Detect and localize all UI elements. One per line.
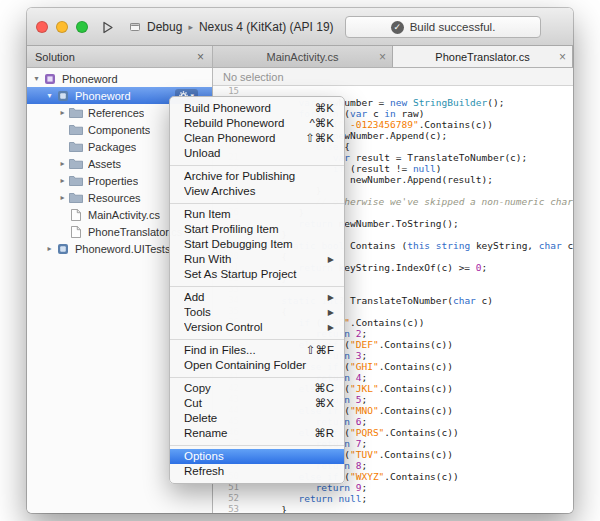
- menu-item-copy[interactable]: Copy⌘C: [170, 381, 344, 396]
- menu-shortcut: ⌘K: [315, 101, 334, 116]
- menu-item-rebuild-phoneword[interactable]: Rebuild Phoneword^⌘K: [170, 116, 344, 131]
- menu-item-label: Unload: [184, 146, 334, 161]
- solution-icon: [42, 73, 58, 85]
- code-line[interactable]: 52 return null;: [213, 493, 573, 504]
- menu-item-run-item[interactable]: Run Item: [170, 207, 344, 222]
- menu-item-label: Run Item: [184, 207, 334, 222]
- menu-item-start-debugging-item[interactable]: Start Debugging Item: [170, 237, 344, 252]
- tree-item-label: Phoneword: [75, 90, 131, 102]
- project-icon: [55, 90, 71, 102]
- menu-item-build-phoneword[interactable]: Build Phoneword⌘K: [170, 101, 344, 116]
- zoom-button[interactable]: [76, 21, 88, 33]
- menu-item-label: Copy: [184, 381, 306, 396]
- menu-separator: [170, 339, 344, 340]
- menu-item-label: Options: [184, 449, 334, 464]
- menu-item-view-archives[interactable]: View Archives: [170, 184, 344, 199]
- menu-item-label: Open Containing Folder: [184, 358, 334, 373]
- chevron-right-icon[interactable]: ▸: [57, 108, 68, 117]
- code-line[interactable]: 53 }: [213, 504, 573, 513]
- tree-item-phoneword[interactable]: ▾Phoneword: [27, 70, 212, 87]
- minimize-button[interactable]: [56, 21, 68, 33]
- build-status: ✓ Build successful.: [345, 16, 541, 38]
- menu-item-start-profiling-item[interactable]: Start Profiling Item: [170, 222, 344, 237]
- menu-separator: [170, 165, 344, 166]
- menu-shortcut: ⇧⌘K: [305, 131, 334, 146]
- submenu-arrow-icon: ▶: [328, 290, 334, 305]
- line-number: 53: [213, 504, 247, 513]
- menu-item-add[interactable]: Add▶: [170, 290, 344, 305]
- menu-item-label: Add: [184, 290, 320, 305]
- menu-shortcut: ⌘X: [315, 396, 334, 411]
- menu-item-label: Rebuild Phoneword: [184, 116, 301, 131]
- build-target-selector: Debug ▸ Nexus 4 (KitKat) (API 19): [129, 8, 334, 46]
- menu-item-open-containing-folder[interactable]: Open Containing Folder: [170, 358, 344, 373]
- chevron-right-icon[interactable]: ▸: [44, 244, 55, 253]
- menu-separator: [170, 286, 344, 287]
- code-text: }: [247, 504, 287, 513]
- toolbar: Debug ▸ Nexus 4 (KitKat) (API 19) ✓ Buil…: [27, 8, 573, 46]
- menu-item-unload[interactable]: Unload: [170, 146, 344, 161]
- tab-label: PhoneTranslator.cs: [435, 51, 529, 63]
- menu-item-clean-phoneword[interactable]: Clean Phoneword⇧⌘K: [170, 131, 344, 146]
- menu-item-label: Run With: [184, 252, 320, 267]
- menu-item-label: Archive for Publishing: [184, 169, 334, 184]
- submenu-arrow-icon: ▶: [328, 252, 334, 267]
- submenu-arrow-icon: ▶: [328, 320, 334, 335]
- tab-close-icon[interactable]: ×: [379, 51, 386, 63]
- menu-item-label: View Archives: [184, 184, 334, 199]
- run-play-icon: [100, 20, 115, 35]
- menu-item-delete[interactable]: Delete: [170, 411, 344, 426]
- line-number: 52: [213, 493, 247, 504]
- chevron-right-icon[interactable]: ▸: [57, 176, 68, 185]
- configuration-selector[interactable]: Debug: [147, 20, 182, 34]
- chevron-down-icon[interactable]: ▾: [31, 74, 42, 83]
- menu-item-label: Find in Files...: [184, 343, 298, 358]
- menu-item-tools[interactable]: Tools▶: [170, 305, 344, 320]
- tab-close-icon[interactable]: ×: [559, 51, 566, 63]
- menu-item-rename[interactable]: Rename⌘R: [170, 426, 344, 441]
- menu-item-label: Refresh: [184, 464, 334, 479]
- folder-icon: [68, 141, 84, 152]
- chevron-right-icon: ▸: [188, 22, 193, 32]
- tree-item-label: MainActivity.cs: [88, 209, 160, 221]
- close-button[interactable]: [36, 21, 48, 33]
- menu-item-cut[interactable]: Cut⌘X: [170, 396, 344, 411]
- tree-item-label: Properties: [88, 175, 138, 187]
- menu-item-find-in-files[interactable]: Find in Files...⇧⌘F: [170, 343, 344, 358]
- menu-item-archive-for-publishing[interactable]: Archive for Publishing: [170, 169, 344, 184]
- menu-item-label: Build Phoneword: [184, 101, 307, 116]
- menu-item-label: Delete: [184, 411, 334, 426]
- menu-item-label: Set As Startup Project: [184, 267, 334, 282]
- submenu-arrow-icon: ▶: [328, 305, 334, 320]
- tab-mainactivity-cs[interactable]: MainActivity.cs×: [213, 46, 393, 67]
- menu-item-version-control[interactable]: Version Control▶: [170, 320, 344, 335]
- menu-item-label: Tools: [184, 305, 320, 320]
- tree-item-label: Phoneword.UITests: [75, 243, 170, 255]
- code-text: return null;: [247, 493, 367, 504]
- tree-item-label: Assets: [88, 158, 121, 170]
- menu-separator: [170, 445, 344, 446]
- chevron-down-icon[interactable]: ▾: [44, 91, 55, 100]
- menu-separator: [170, 377, 344, 378]
- device-selector[interactable]: Nexus 4 (KitKat) (API 19): [199, 20, 334, 34]
- checkmark-icon: ✓: [391, 21, 404, 34]
- close-icon[interactable]: ×: [197, 51, 204, 63]
- chevron-right-icon[interactable]: ▸: [57, 193, 68, 202]
- menu-item-label: Clean Phoneword: [184, 131, 297, 146]
- folder-icon: [68, 107, 84, 118]
- folder-icon: [68, 124, 84, 135]
- tab-phonetranslator-cs[interactable]: PhoneTranslator.cs×: [393, 46, 573, 67]
- tree-item-label: Phoneword: [62, 73, 118, 85]
- breadcrumb: No selection: [213, 68, 573, 86]
- chevron-right-icon[interactable]: ▸: [57, 159, 68, 168]
- menu-item-options[interactable]: Options: [170, 449, 344, 464]
- menu-item-label: Version Control: [184, 320, 320, 335]
- menu-item-run-with[interactable]: Run With▶: [170, 252, 344, 267]
- menu-item-label: Cut: [184, 396, 307, 411]
- run-button[interactable]: [99, 19, 116, 36]
- menu-item-set-as-startup-project[interactable]: Set As Startup Project: [170, 267, 344, 282]
- menu-item-refresh[interactable]: Refresh: [170, 464, 344, 479]
- menu-item-label: Start Debugging Item: [184, 237, 334, 252]
- csharp-file-icon: [68, 209, 84, 221]
- ide-window: Debug ▸ Nexus 4 (KitKat) (API 19) ✓ Buil…: [27, 8, 573, 513]
